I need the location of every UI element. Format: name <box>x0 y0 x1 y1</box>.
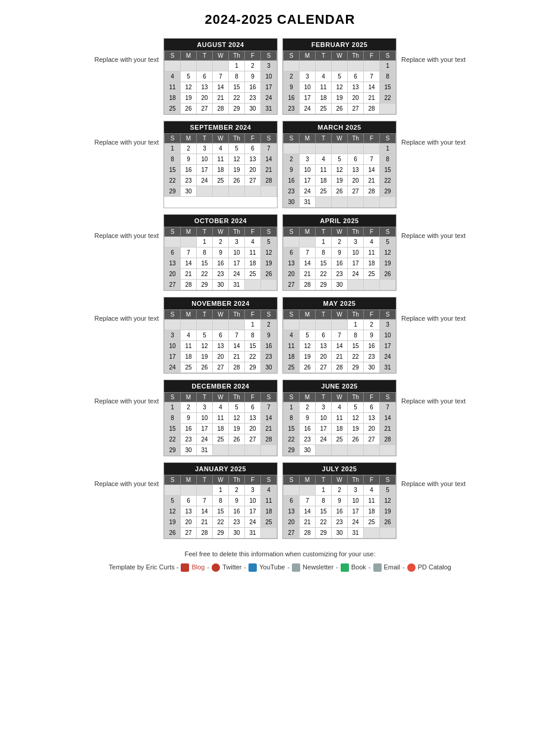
col-header: S <box>380 227 396 237</box>
pd-link[interactable]: PD Catalog <box>418 562 451 574</box>
cal-cell: 10 <box>165 341 181 352</box>
cal-cell: 14 <box>332 341 348 352</box>
cal-cell: 22 <box>213 517 229 528</box>
cal-cell <box>165 237 181 248</box>
cal-cell: 5 <box>380 237 396 248</box>
col-header: Th <box>348 51 364 61</box>
col-header: T <box>316 310 332 319</box>
cal-cell: 27 <box>348 186 364 197</box>
col-header: Th <box>229 227 245 237</box>
cal-cell: 1 <box>165 402 181 413</box>
cal-cell: 15 <box>245 341 261 352</box>
side-text-left: Replace with your text <box>86 462 163 487</box>
cal-cell: 5 <box>380 485 396 496</box>
cal-cell <box>364 280 380 290</box>
email-link[interactable]: Email <box>384 562 401 574</box>
cal-cell: 16 <box>245 82 261 93</box>
calendar-june-2025: JUNE 2025SMTWThFS12345678910111213141516… <box>282 380 397 456</box>
cal-cell: 2 <box>229 485 245 496</box>
cal-cell: 6 <box>245 143 261 154</box>
cal-cell: 20 <box>364 424 380 434</box>
cal-cell: 28 <box>197 528 213 538</box>
cal-cell: 14 <box>261 413 277 424</box>
cal-cell: 3 <box>197 143 213 154</box>
col-header: M <box>300 310 316 319</box>
cal-cell <box>261 186 277 197</box>
col-header: F <box>245 51 261 61</box>
page-title: 2024-2025 CALENDAR <box>6 12 554 27</box>
blog-link[interactable]: Blog <box>191 562 205 574</box>
twitter-link[interactable]: Twitter <box>222 562 241 574</box>
cal-cell <box>364 528 380 538</box>
cal-cell <box>332 445 348 456</box>
book-link[interactable]: Book <box>351 562 366 574</box>
newsletter-link[interactable]: Newsletter <box>303 562 334 574</box>
cal-cell: 30 <box>332 280 348 290</box>
cal-cell: 7 <box>261 143 277 154</box>
cal-cell: 27 <box>245 434 261 445</box>
col-header: W <box>213 310 229 319</box>
cal-cell: 28 <box>213 104 229 114</box>
col-header: S <box>261 227 277 237</box>
cal-cell: 23 <box>300 434 316 445</box>
calendars-pair: DECEMBER 2024SMTWThFS1234567891011121314… <box>163 380 397 456</box>
cal-cell: 28 <box>300 280 316 290</box>
cal-cell: 10 <box>261 71 277 82</box>
cal-cell: 11 <box>245 248 261 258</box>
calendars-pair: AUGUST 2024SMTWThFS123456789101112131415… <box>163 38 397 115</box>
cal-cell <box>364 143 380 154</box>
cal-cell: 2 <box>332 485 348 496</box>
col-header: F <box>245 134 261 143</box>
cal-cell: 23 <box>364 352 380 362</box>
cal-cell: 20 <box>245 165 261 176</box>
cal-cell: 18 <box>261 506 277 517</box>
col-header: M <box>181 475 197 485</box>
cal-cell: 11 <box>364 496 380 506</box>
cal-cell: 11 <box>364 248 380 258</box>
youtube-link[interactable]: YouTube <box>259 562 285 574</box>
cal-cell: 7 <box>213 71 229 82</box>
cal-cell: 9 <box>213 248 229 258</box>
cal-cell: 31 <box>380 362 396 373</box>
col-header: S <box>284 134 300 143</box>
calendar-row: Replace with your textNOVEMBER 2024SMTWT… <box>6 297 554 374</box>
col-header: M <box>300 134 316 143</box>
cal-cell: 8 <box>229 71 245 82</box>
col-header: W <box>332 310 348 319</box>
cal-cell: 19 <box>380 506 396 517</box>
cal-cell: 5 <box>197 330 213 341</box>
cal-cell <box>300 319 316 330</box>
cal-cell: 30 <box>261 362 277 373</box>
cal-cell: 28 <box>181 280 197 290</box>
cal-header: JULY 2025 <box>283 463 396 475</box>
calendars-pair: OCTOBER 2024SMTWThFS12345678910111213141… <box>163 214 397 291</box>
footer: Feel free to delete this information whe… <box>6 549 554 574</box>
cal-cell: 13 <box>348 82 364 93</box>
cal-cell: 26 <box>197 362 213 373</box>
cal-cell: 11 <box>332 413 348 424</box>
cal-cell: 7 <box>332 330 348 341</box>
col-header: M <box>300 393 316 402</box>
side-text-left: Replace with your text <box>86 297 163 322</box>
col-header: S <box>284 310 300 319</box>
cal-cell: 5 <box>332 71 348 82</box>
cal-cell: 13 <box>197 82 213 93</box>
cal-cell <box>181 61 197 71</box>
cal-cell: 27 <box>165 280 181 290</box>
calendar-may-2025: MAY 2025SMTWThFS123456789101112131415161… <box>282 297 397 374</box>
col-header: W <box>332 475 348 485</box>
cal-cell: 21 <box>300 517 316 528</box>
cal-cell: 29 <box>316 280 332 290</box>
cal-cell: 26 <box>380 269 396 280</box>
cal-cell: 21 <box>364 93 380 104</box>
cal-cell: 8 <box>380 154 396 165</box>
cal-cell: 26 <box>165 528 181 538</box>
cal-cell <box>229 445 245 456</box>
cal-cell: 5 <box>348 402 364 413</box>
cal-cell: 12 <box>165 506 181 517</box>
col-header: F <box>364 51 380 61</box>
cal-cell: 21 <box>332 352 348 362</box>
footer-line1: Feel free to delete this information whe… <box>6 549 554 560</box>
col-header: F <box>364 134 380 143</box>
cal-cell: 12 <box>229 413 245 424</box>
